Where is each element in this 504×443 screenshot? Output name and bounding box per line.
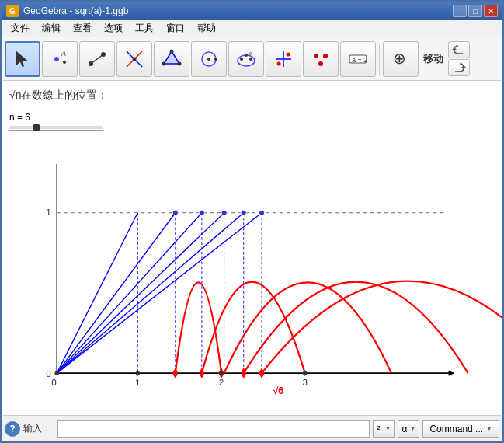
svg-point-9 (133, 57, 137, 61)
window-controls: — □ ✕ (453, 5, 498, 17)
slider-track[interactable] (9, 126, 103, 129)
undo-icon (452, 44, 466, 55)
menu-file[interactable]: 文件 (5, 20, 36, 37)
superscript-dropdown[interactable]: ² ▼ (373, 420, 395, 438)
svg-line-6 (91, 54, 103, 64)
superscript-dropdown-arrow: ▼ (384, 425, 391, 432)
svg-text:0: 0 (51, 377, 57, 387)
move-label: 移动 (423, 52, 443, 66)
svg-text:⊕: ⊕ (393, 50, 406, 67)
svg-text:α: α (249, 51, 252, 56)
svg-point-22 (277, 61, 281, 65)
svg-line-47 (57, 213, 137, 373)
command-label: Command ... (429, 424, 483, 434)
tool-input-box[interactable]: a = 2 (340, 41, 376, 77)
svg-text:0: 0 (46, 368, 51, 378)
toolbar-separator (379, 44, 380, 75)
canvas-area[interactable]: √n在数線上的位置： n = 6 (2, 81, 502, 415)
svg-point-23 (287, 52, 290, 56)
tool-polygon[interactable] (154, 41, 189, 77)
svg-text:1: 1 (135, 377, 140, 387)
svg-marker-64 (172, 368, 178, 378)
graph-svg: 0 1 2 3 0 1 (2, 143, 502, 415)
alpha-dropdown[interactable]: α ▼ (398, 420, 419, 438)
svg-marker-33 (461, 65, 466, 68)
tool-point[interactable]: A (42, 41, 78, 77)
select-icon (12, 48, 33, 70)
panel-title: √n在数線上的位置： (9, 89, 108, 103)
svg-point-63 (259, 210, 264, 215)
svg-point-17 (238, 55, 255, 66)
line-icon (86, 48, 108, 70)
input-label: 输入： (23, 422, 51, 435)
tool-move-view[interactable]: ⊕ (383, 41, 419, 77)
svg-point-19 (249, 58, 252, 61)
slider-thumb[interactable] (33, 124, 40, 131)
menu-view[interactable]: 查看 (67, 20, 98, 37)
point-icon: A (49, 48, 71, 70)
superscript-label: ² (377, 424, 380, 434)
svg-point-1 (54, 57, 59, 61)
menu-edit[interactable]: 编辑 (36, 20, 67, 37)
window-title: GeoGebra - sqrt(a)-1.ggb (23, 5, 453, 16)
reflect-icon (310, 48, 332, 70)
tool-perpendicular[interactable] (116, 41, 152, 77)
svg-point-27 (323, 54, 328, 58)
minimize-button[interactable]: — (453, 5, 467, 17)
tool-reflect[interactable] (303, 41, 339, 77)
menu-help[interactable]: 帮助 (191, 20, 222, 37)
command-button[interactable]: Command ... ▼ (422, 420, 499, 438)
maximize-button[interactable]: □ (468, 5, 482, 17)
slider-label: n = 6 (9, 112, 103, 123)
tool-conic[interactable]: α (228, 41, 264, 77)
svg-line-52 (57, 213, 262, 373)
tool-circle[interactable] (191, 41, 227, 77)
polygon-icon (161, 48, 182, 70)
panel-title-text: √n在数線上的位置： (9, 89, 108, 101)
help-button[interactable]: ? (5, 421, 20, 437)
circle-icon (198, 48, 220, 70)
redo-button[interactable] (448, 59, 470, 76)
svg-point-18 (240, 58, 243, 61)
conic-icon: α (235, 48, 257, 70)
close-button[interactable]: ✕ (484, 5, 498, 17)
svg-marker-32 (452, 47, 457, 50)
svg-marker-0 (16, 51, 27, 67)
svg-point-15 (207, 58, 210, 61)
angle-icon (273, 48, 294, 70)
svg-text:1: 1 (46, 207, 50, 217)
svg-point-20 (245, 54, 248, 57)
svg-line-50 (57, 213, 224, 373)
move-view-icon: ⊕ (390, 48, 412, 70)
svg-point-59 (172, 210, 178, 215)
tool-line[interactable] (79, 41, 115, 77)
menu-window[interactable]: 窗口 (160, 20, 191, 37)
redo-icon (452, 62, 466, 73)
main-window: G GeoGebra - sqrt(a)-1.ggb — □ ✕ 文件 编辑 查… (0, 0, 504, 443)
svg-point-69 (55, 371, 59, 375)
command-input[interactable] (57, 420, 370, 438)
svg-point-60 (199, 210, 204, 215)
menu-options[interactable]: 选项 (98, 20, 129, 37)
svg-text:a = 2: a = 2 (352, 56, 367, 64)
alpha-label: α (401, 424, 407, 434)
svg-point-26 (314, 54, 318, 58)
status-bar: ? 输入： ² ▼ α ▼ Command ... ▼ (2, 415, 502, 441)
alpha-dropdown-arrow: ▼ (409, 425, 415, 432)
svg-point-11 (170, 49, 174, 53)
svg-point-13 (162, 61, 166, 65)
svg-text:3: 3 (302, 377, 307, 387)
tool-angle[interactable] (266, 41, 301, 77)
input-box-icon: a = 2 (347, 48, 369, 70)
menu-tools[interactable]: 工具 (129, 20, 160, 37)
svg-point-16 (214, 58, 217, 61)
tool-select[interactable] (5, 41, 40, 77)
svg-point-62 (241, 210, 246, 215)
svg-point-28 (318, 61, 323, 66)
svg-marker-35 (449, 371, 454, 376)
svg-text:A: A (61, 50, 66, 58)
svg-marker-68 (259, 368, 264, 378)
toolbar: A (2, 37, 502, 81)
svg-point-12 (178, 61, 182, 65)
undo-button[interactable] (448, 41, 470, 58)
